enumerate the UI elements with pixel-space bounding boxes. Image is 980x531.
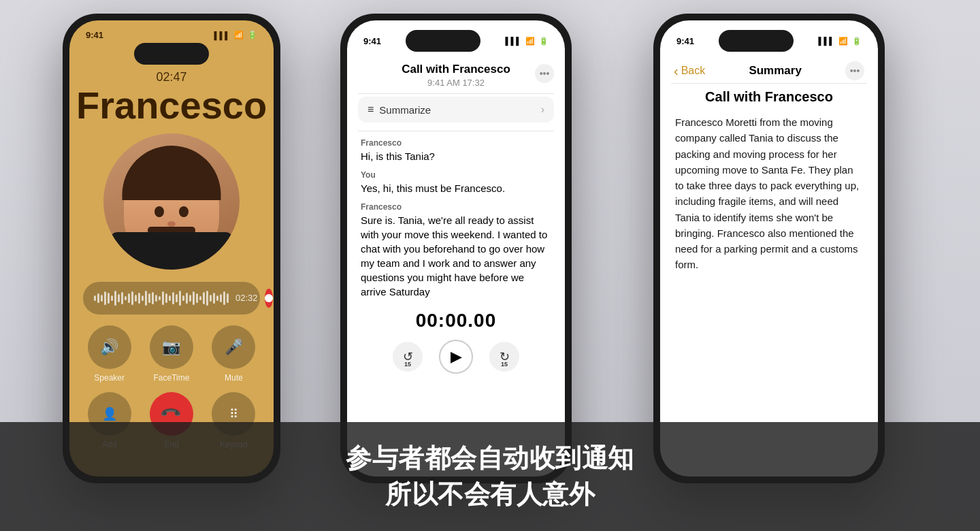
memoji-eyes — [154, 206, 189, 217]
back-chevron-icon: ‹ — [674, 63, 679, 79]
wave-bar — [121, 292, 123, 304]
phone3-screen: 9:41 ▌▌▌ 📶 🔋 ‹ Back Summary ••• Call wit… — [660, 20, 878, 477]
memoji-nose — [167, 221, 176, 227]
wave-bar — [193, 291, 195, 305]
wave-bar — [108, 293, 110, 304]
summarize-icon: ≡ — [368, 103, 374, 116]
wave-bar — [199, 296, 201, 300]
speaker-button[interactable]: 🔊 Speaker — [83, 325, 135, 383]
mute-label: Mute — [225, 373, 243, 383]
phone2-call-subtitle: 9:41 AM 17:32 — [361, 78, 551, 88]
wifi-icon-2: 📶 — [525, 37, 535, 46]
mute-icon-circle: 🎤 — [212, 325, 255, 369]
wave-bar — [155, 295, 157, 302]
phone-summary: 9:41 ▌▌▌ 📶 🔋 ‹ Back Summary ••• Call wit… — [653, 14, 885, 483]
phone3-more-button[interactable]: ••• — [845, 61, 864, 80]
waveform-bar: 02:32 — [83, 282, 260, 315]
skip-forward-button[interactable]: ↻ 15 — [489, 342, 519, 372]
skip-back-label: 15 — [404, 361, 411, 368]
nav-title: Summary — [749, 64, 801, 78]
waveform-time: 02:32 — [235, 293, 258, 303]
facetime-label: FaceTime — [154, 373, 190, 383]
wave-bar — [223, 291, 225, 305]
wifi-icon-3: 📶 — [838, 37, 848, 46]
phone3-nav: ‹ Back Summary ••• — [660, 54, 878, 83]
phone1-status-bar: 9:41 ▌▌▌ 📶 🔋 — [69, 20, 274, 43]
wave-bar — [213, 293, 215, 304]
play-icon: ▶ — [451, 348, 462, 366]
transcript-speaker-2: You — [361, 170, 551, 180]
transcript-line-2: Yes, hi, this must be Francesco. — [361, 181, 551, 195]
dynamic-island-3 — [719, 30, 794, 52]
wifi-icon: 📶 — [234, 31, 244, 39]
phone2-more-button[interactable]: ••• — [535, 64, 554, 83]
transcript-speaker-3: Francesco — [361, 202, 551, 212]
wave-bar — [114, 291, 116, 306]
wave-bar — [142, 295, 144, 301]
wave-bar — [162, 291, 164, 305]
phone1-time: 9:41 — [86, 30, 103, 40]
play-button[interactable]: ▶ — [439, 340, 473, 374]
wave-bar — [138, 293, 140, 304]
back-button[interactable]: ‹ Back — [674, 63, 705, 79]
phone2-screen: 9:41 ▌▌▌ 📶 🔋 Call with Francesco 9:41 AM… — [347, 20, 565, 477]
add-icon: 👤 — [102, 406, 117, 421]
wave-bar — [159, 296, 161, 300]
wave-bar — [94, 295, 96, 301]
phone1-screen: 9:41 ▌▌▌ 📶 🔋 02:47 Francesco — [69, 20, 274, 477]
transcript-line-1: Hi, is this Tania? — [361, 149, 551, 163]
phone2-time: 9:41 — [363, 36, 381, 46]
phone1-status-icons: ▌▌▌ 📶 🔋 — [214, 31, 257, 39]
wave-bar — [179, 291, 181, 306]
more-dots-icon-3: ••• — [850, 65, 860, 76]
dynamic-island-1 — [134, 43, 209, 65]
memoji-eye-right — [179, 206, 189, 217]
wave-bar — [196, 293, 198, 303]
phone-transcript: 9:41 ▌▌▌ 📶 🔋 Call with Francesco 9:41 AM… — [340, 14, 572, 483]
wave-bar — [189, 295, 191, 302]
wave-bar — [125, 296, 127, 300]
summary-title: Call with Francesco — [675, 89, 863, 105]
mute-button[interactable]: 🎤 Mute — [208, 325, 260, 383]
wave-bar — [186, 293, 188, 304]
keypad-icon: ⠿ — [229, 406, 238, 421]
phone2-status-bar: 9:41 ▌▌▌ 📶 🔋 — [347, 20, 565, 54]
summarize-row[interactable]: ≡ Summarize › — [358, 97, 554, 123]
facetime-icon-circle: 📷 — [150, 325, 193, 369]
wave-bar — [176, 294, 178, 302]
signal-icon-3: ▌▌▌ — [819, 37, 834, 45]
wave-bar — [206, 291, 208, 306]
facetime-button[interactable]: 📷 FaceTime — [145, 325, 197, 383]
back-label: Back — [681, 65, 706, 77]
divider-1 — [358, 93, 554, 94]
wave-bar — [227, 293, 229, 303]
wave-bar — [210, 295, 212, 302]
wave-bar — [111, 295, 113, 301]
avatar-area — [69, 133, 274, 270]
call-controls-row1: 🔊 Speaker 📷 FaceTime 🎤 Mute — [83, 325, 260, 383]
speaker-icon-circle: 🔊 — [88, 325, 131, 369]
memoji-eye-left — [154, 206, 164, 217]
speaker-label: Speaker — [94, 373, 125, 383]
call-timer: 02:47 — [69, 70, 274, 84]
skip-forward-label: 15 — [501, 361, 508, 368]
signal-icon-2: ▌▌▌ — [506, 37, 521, 45]
summary-content: Call with Francesco Francesco Moretti fr… — [660, 84, 878, 284]
avatar-memoji — [103, 133, 240, 270]
phone-active-call: 9:41 ▌▌▌ 📶 🔋 02:47 Francesco — [63, 14, 280, 483]
transcript-speaker-1: Francesco — [361, 138, 551, 148]
transcript-line-3: Sure is. Tania, we're all ready to assis… — [361, 213, 551, 299]
wave-bar — [172, 292, 174, 304]
speaker-icon: 🔊 — [100, 338, 118, 356]
skip-back-button[interactable]: ↺ 15 — [393, 342, 423, 372]
transcript-content: Francesco Hi, is this Tania? You Yes, hi… — [347, 131, 565, 302]
battery-icon: 🔋 — [248, 31, 257, 39]
record-button[interactable] — [265, 289, 273, 308]
subtitle-bar: 参与者都会自动收到通知 所以不会有人意外 — [0, 422, 980, 531]
signal-icon: ▌▌▌ — [214, 31, 230, 39]
subtitle-line1: 参与者都会自动收到通知 — [346, 440, 634, 477]
wave-bar — [135, 295, 137, 302]
battery-icon-2: 🔋 — [539, 37, 549, 46]
wave-bar — [145, 291, 147, 306]
phone3-status-icons: ▌▌▌ 📶 🔋 — [819, 37, 862, 46]
